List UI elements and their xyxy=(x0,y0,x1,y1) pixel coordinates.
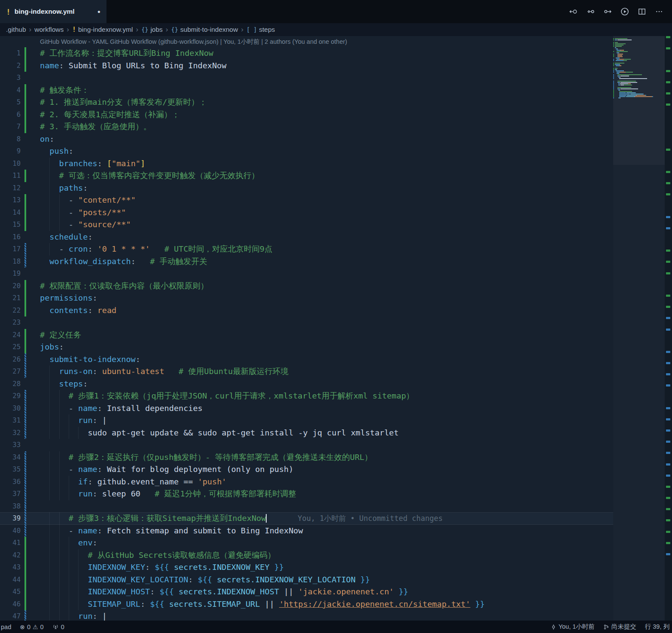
code-line-active[interactable]: 39 # 步骤3：核心逻辑：获取Sitemap并推送到IndexNowYou, … xyxy=(0,512,613,525)
line-number[interactable]: 44 xyxy=(0,574,21,586)
code-line[interactable]: 42 # 从GitHub Secrets读取敏感信息（避免硬编码） xyxy=(0,549,613,562)
code-line[interactable]: 29 # 步骤1：安装依赖（jq用于处理JSON，curl用于请求，xmlsta… xyxy=(0,390,613,402)
code-line[interactable]: 27 runs-on: ubuntu-latest # 使用Ubuntu最新版运… xyxy=(0,365,613,378)
code-line[interactable]: 33 xyxy=(0,439,613,451)
code-line[interactable]: 34 # 步骤2：延迟执行（仅push触发时）- 等待博客部署完成（避免推送未生… xyxy=(0,451,613,464)
code-line[interactable]: 32 sudo apt-get update && sudo apt-get i… xyxy=(0,427,613,439)
code-line[interactable]: 1# 工作流名称：提交博客URL到Bing IndexNow xyxy=(0,47,613,60)
code-line[interactable]: 7# 3. 手动触发（应急使用）。 xyxy=(0,121,613,133)
code-line[interactable]: 22 contents: read xyxy=(0,304,613,317)
line-number[interactable]: 35 xyxy=(0,463,21,476)
line-number[interactable]: 46 xyxy=(0,598,21,611)
line-number[interactable]: 25 xyxy=(0,341,21,353)
line-number[interactable]: 38 xyxy=(0,500,21,513)
line-number[interactable]: 6 xyxy=(0,109,21,121)
line-number[interactable]: 10 xyxy=(0,158,21,170)
line-number[interactable]: 5 xyxy=(0,96,21,109)
code-line[interactable]: 40 - name: Fetch sitemap and submit to B… xyxy=(0,525,613,537)
code-line[interactable]: 3 xyxy=(0,72,613,84)
breadcrumb-item-steps[interactable]: [ ]steps xyxy=(246,26,275,33)
line-number[interactable]: 22 xyxy=(0,304,21,317)
status-problems[interactable]: ⊗ 0 ⚠ 0 xyxy=(20,624,43,630)
line-number[interactable]: 23 xyxy=(0,316,21,329)
line-number[interactable]: 41 xyxy=(0,537,21,549)
compare-working-icon[interactable] xyxy=(584,6,596,18)
code-line[interactable]: 5# 1. 推送到main分支（博客发布/更新时）； xyxy=(0,96,613,109)
line-number[interactable]: 9 xyxy=(0,145,21,158)
open-changes-previous-icon[interactable] xyxy=(567,6,579,18)
code-line[interactable]: 18 workflow_dispatch: # 手动触发开关 xyxy=(0,256,613,268)
line-number[interactable]: 43 xyxy=(0,561,21,574)
code-line[interactable]: 17 - cron: '0 1 * * *' # UTC时间，对应北京时间9点 xyxy=(0,243,613,256)
line-number[interactable]: 18 xyxy=(0,256,21,268)
code-line[interactable]: 9 push: xyxy=(0,145,613,158)
open-changes-next-icon[interactable] xyxy=(602,6,614,18)
code-line[interactable]: 46 SITEMAP_URL: ${{ secrets.SITEMAP_URL … xyxy=(0,598,613,611)
code-line[interactable]: 20# 权限配置：仅读取仓库内容（最小权限原则） xyxy=(0,280,613,292)
status-remote[interactable]: pad xyxy=(1,624,11,630)
code-line[interactable]: 31 run: | xyxy=(0,414,613,427)
code-line[interactable]: 14 - "posts/**" xyxy=(0,207,613,219)
line-number[interactable]: 37 xyxy=(0,488,21,500)
code-line[interactable]: 24# 定义任务 xyxy=(0,329,613,341)
line-number[interactable]: 14 xyxy=(0,207,21,219)
code-line[interactable]: 8on: xyxy=(0,133,613,146)
code-line[interactable]: 35 - name: Wait for blog deployment (onl… xyxy=(0,463,613,476)
code-line[interactable]: 38 xyxy=(0,500,613,513)
code-line[interactable]: 4# 触发条件： xyxy=(0,84,613,97)
codelens-annotation[interactable]: GitHub Workflow - YAML GitHub Workflow (… xyxy=(0,36,613,47)
line-number[interactable]: 17 xyxy=(0,243,21,256)
line-number[interactable]: 3 xyxy=(0,72,21,84)
code-line[interactable]: 19 xyxy=(0,268,613,280)
code-line[interactable]: 26 submit-to-indexnow: xyxy=(0,353,613,366)
code-line[interactable]: 37 run: sleep 60 # 延迟1分钟，可根据博客部署耗时调整 xyxy=(0,488,613,500)
run-workflow-icon[interactable] xyxy=(619,6,631,18)
line-number[interactable]: 16 xyxy=(0,231,21,243)
code-line[interactable]: 45 INDEXNOW_HOST: ${{ secrets.INDEXNOW_H… xyxy=(0,586,613,598)
line-number[interactable]: 26 xyxy=(0,353,21,366)
code-line[interactable]: 23 xyxy=(0,316,613,329)
line-number[interactable]: 47 xyxy=(0,610,21,621)
code-line[interactable]: 25jobs: xyxy=(0,341,613,353)
line-number[interactable]: 21 xyxy=(0,292,21,304)
line-number[interactable]: 36 xyxy=(0,476,21,488)
code-line[interactable]: 11 # 可选：仅当博客内容文件变更时触发（减少无效执行） xyxy=(0,170,613,182)
line-number[interactable]: 11 xyxy=(0,170,21,182)
code-line[interactable]: 15 - "source/**" xyxy=(0,219,613,231)
line-number[interactable]: 19 xyxy=(0,268,21,280)
breadcrumb-item-github[interactable]: .github xyxy=(6,26,26,33)
line-number[interactable]: 33 xyxy=(0,439,21,451)
split-editor-icon[interactable] xyxy=(636,6,648,18)
code-line[interactable]: 30 - name: Install dependencies xyxy=(0,402,613,415)
code-line[interactable]: 36 if: github.event_name == 'push' xyxy=(0,476,613,488)
code-line[interactable]: 41 env: xyxy=(0,537,613,549)
code-editor[interactable]: GitHub Workflow - YAML GitHub Workflow (… xyxy=(0,36,613,621)
line-number[interactable]: 8 xyxy=(0,133,21,146)
line-number[interactable]: 32 xyxy=(0,427,21,439)
editor-tab[interactable]: ! bing-indexnow.yml ● xyxy=(0,0,106,23)
line-number[interactable]: 30 xyxy=(0,402,21,415)
line-number[interactable]: 45 xyxy=(0,586,21,598)
line-number[interactable]: 4 xyxy=(0,84,21,97)
more-actions-icon[interactable] xyxy=(653,6,665,18)
code-line[interactable]: 2name: Submit Blog URLs to Bing IndexNow xyxy=(0,60,613,72)
status-ports[interactable]: 0 xyxy=(52,624,64,630)
breadcrumb-item-job[interactable]: {}submit-to-indexnow xyxy=(171,26,238,33)
code-line[interactable]: 13 - "content/**" xyxy=(0,194,613,207)
line-number[interactable]: 39 xyxy=(0,512,21,525)
status-cursor-position[interactable]: 行 39, 列 xyxy=(645,623,669,631)
status-commit[interactable]: 尚未提交 xyxy=(603,623,636,631)
line-number[interactable]: 20 xyxy=(0,280,21,292)
code-line[interactable]: 47 run: | xyxy=(0,610,613,621)
code-line[interactable]: 12 paths: xyxy=(0,182,613,195)
line-number[interactable]: 42 xyxy=(0,549,21,562)
line-number[interactable]: 31 xyxy=(0,414,21,427)
modified-dot-icon[interactable]: ● xyxy=(97,9,100,15)
code-line[interactable]: 43 INDEXNOW_KEY: ${{ secrets.INDEXNOW_KE… xyxy=(0,561,613,574)
line-number[interactable]: 40 xyxy=(0,525,21,537)
line-number[interactable]: 13 xyxy=(0,194,21,207)
code-line[interactable]: 44 INDEXNOW_KEY_LOCATION: ${{ secrets.IN… xyxy=(0,574,613,586)
overview-ruler[interactable] xyxy=(665,36,672,621)
code-line[interactable]: 6# 2. 每天凌晨1点定时推送（补漏）； xyxy=(0,109,613,121)
line-number[interactable]: 34 xyxy=(0,451,21,464)
